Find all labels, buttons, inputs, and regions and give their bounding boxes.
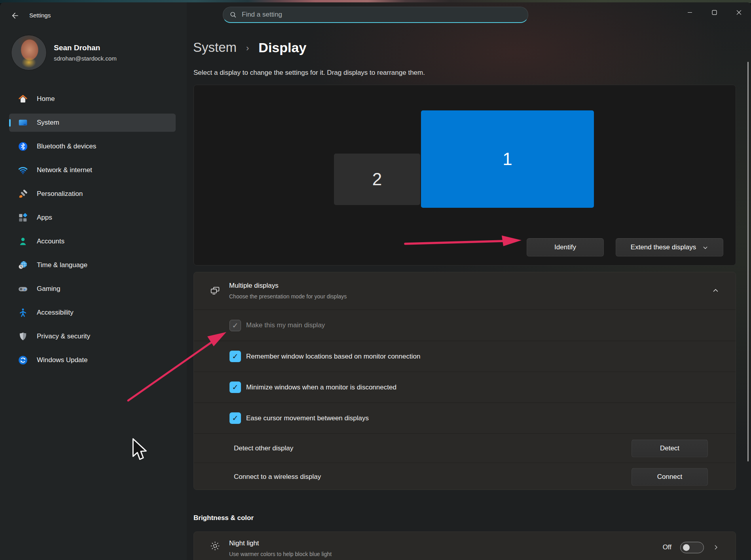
- connect-button[interactable]: Connect: [632, 468, 708, 486]
- option-row-ease-cursor: ✓ Ease cursor movement between displays: [194, 402, 736, 433]
- multiple-displays-title: Multiple displays: [229, 282, 347, 290]
- sidebar-item-label: Time & language: [37, 261, 87, 269]
- maximize-icon: [712, 10, 717, 15]
- close-icon: [736, 10, 742, 15]
- apps-icon: [17, 213, 28, 223]
- checkbox-make-main-display[interactable]: ✓: [229, 320, 241, 331]
- windows-update-icon: [17, 355, 28, 366]
- night-light-state: Off: [663, 543, 671, 551]
- checkbox-remember-window-locations[interactable]: ✓: [229, 351, 241, 362]
- back-button[interactable]: [8, 9, 21, 21]
- settings-window: Settings Find a setting Sean Drohan sdro…: [0, 2, 751, 560]
- user-email: sdrohan@stardock.com: [54, 55, 117, 62]
- identify-button[interactable]: Identify: [527, 238, 604, 256]
- connect-wireless-row: Connect to a wireless display Connect: [194, 463, 736, 490]
- connect-row-label: Connect to a wireless display: [234, 473, 321, 481]
- personalization-icon: [17, 189, 28, 199]
- collapse-button[interactable]: [712, 287, 719, 296]
- night-light-card[interactable]: Night light Use warmer colors to help bl…: [193, 532, 736, 560]
- sidebar-nav: Home System Bluetooth & devices Network …: [9, 90, 176, 369]
- sidebar-item-network-internet[interactable]: Network & internet: [9, 161, 176, 179]
- checkbox-label: Ease cursor movement between displays: [246, 414, 369, 422]
- sidebar-item-accounts[interactable]: Accounts: [9, 232, 176, 251]
- close-button[interactable]: [726, 2, 751, 22]
- sidebar-item-privacy-security[interactable]: Privacy & security: [9, 327, 176, 345]
- detect-display-row: Detect other display Detect: [194, 433, 736, 463]
- sidebar-item-label: Apps: [37, 214, 52, 222]
- detect-row-label: Detect other display: [234, 444, 293, 452]
- extend-displays-dropdown[interactable]: Extend these displays: [616, 238, 723, 256]
- sidebar-item-label: Personalization: [37, 190, 83, 198]
- search-placeholder: Find a setting: [242, 11, 282, 19]
- minimize-icon: [687, 10, 692, 15]
- breadcrumb-system[interactable]: System: [193, 40, 237, 55]
- avatar: [11, 35, 47, 70]
- app-title: Settings: [29, 12, 51, 19]
- checkbox-label: Make this my main display: [246, 321, 325, 329]
- sidebar-item-windows-update[interactable]: Windows Update: [9, 351, 176, 369]
- breadcrumb-separator-icon: ›: [246, 42, 249, 53]
- sidebar-item-personalization[interactable]: Personalization: [9, 185, 176, 203]
- home-icon: [17, 94, 28, 104]
- option-row-minimize-windows: ✓ Minimize windows when a monitor is dis…: [194, 372, 736, 402]
- sidebar-item-label: System: [37, 119, 59, 127]
- multiple-displays-icon: [210, 285, 220, 296]
- night-light-subtitle: Use warmer colors to help block blue lig…: [229, 551, 332, 557]
- toggle-knob: [683, 544, 690, 551]
- accounts-icon: [17, 236, 28, 247]
- chevron-up-icon: [712, 287, 719, 294]
- sidebar-item-accessibility[interactable]: Accessibility: [9, 304, 176, 322]
- back-arrow-icon: [11, 11, 19, 20]
- option-row-main-display: ✓ Make this my main display: [194, 309, 736, 341]
- minimize-button[interactable]: [677, 2, 702, 22]
- monitor-2[interactable]: 2: [334, 154, 420, 205]
- multiple-displays-subtitle: Choose the presentation mode for your di…: [229, 293, 347, 300]
- window-controls: [677, 2, 751, 22]
- checkbox-ease-cursor-movement[interactable]: ✓: [229, 412, 241, 424]
- monitor-1-number: 1: [503, 149, 512, 169]
- option-row-remember-locations: ✓ Remember window locations based on mon…: [194, 341, 736, 372]
- display-arrangement-panel: 2 1 Identify Extend these displays: [193, 85, 736, 266]
- search-input[interactable]: Find a setting: [223, 7, 528, 23]
- accessibility-icon: [17, 308, 28, 318]
- checkbox-label: Minimize windows when a monitor is disco…: [246, 383, 396, 391]
- multiple-displays-header[interactable]: Multiple displays Choose the presentatio…: [194, 272, 736, 309]
- monitor-1-selected[interactable]: 1: [421, 110, 594, 208]
- sidebar-item-gaming[interactable]: Gaming: [9, 280, 176, 298]
- sidebar-item-system[interactable]: System: [9, 114, 176, 132]
- sidebar-item-apps[interactable]: Apps: [9, 209, 176, 227]
- sidebar-item-label: Windows Update: [37, 356, 88, 364]
- page-title: Display: [258, 40, 306, 55]
- checkbox-minimize-windows[interactable]: ✓: [229, 382, 241, 393]
- sidebar-item-label: Privacy & security: [37, 332, 90, 340]
- multiple-displays-card: Multiple displays Choose the presentatio…: [193, 272, 736, 490]
- search-icon: [229, 11, 237, 18]
- sidebar-item-bluetooth-devices[interactable]: Bluetooth & devices: [9, 137, 176, 156]
- night-light-toggle[interactable]: [680, 542, 704, 553]
- sidebar-item-home[interactable]: Home: [9, 90, 176, 108]
- maximize-button[interactable]: [702, 2, 726, 22]
- breadcrumb: System › Display: [193, 38, 306, 57]
- network-icon: [17, 165, 28, 176]
- sidebar-item-label: Bluetooth & devices: [37, 142, 96, 150]
- brightness-color-heading: Brightness & color: [193, 514, 254, 522]
- sidebar-item-label: Network & internet: [37, 166, 92, 174]
- time-language-icon: [17, 260, 28, 271]
- bluetooth-icon: [17, 141, 28, 152]
- detect-button[interactable]: Detect: [632, 439, 708, 457]
- sidebar-item-label: Home: [37, 95, 55, 103]
- user-name: Sean Drohan: [54, 44, 117, 52]
- gaming-icon: [17, 284, 28, 294]
- night-light-icon: [210, 541, 220, 551]
- user-profile[interactable]: Sean Drohan sdrohan@stardock.com: [11, 35, 117, 70]
- selected-indicator: [9, 119, 11, 127]
- checkbox-label: Remember window locations based on monit…: [246, 353, 420, 361]
- chevron-right-icon[interactable]: [713, 544, 719, 551]
- monitor-2-number: 2: [372, 169, 382, 189]
- system-icon: [17, 118, 28, 128]
- sidebar-item-label: Accessibility: [37, 309, 74, 317]
- sidebar-item-time-language[interactable]: Time & language: [9, 256, 176, 274]
- chevron-down-icon: [702, 245, 708, 251]
- vertical-scrollbar[interactable]: [747, 62, 749, 461]
- night-light-title: Night light: [229, 539, 332, 547]
